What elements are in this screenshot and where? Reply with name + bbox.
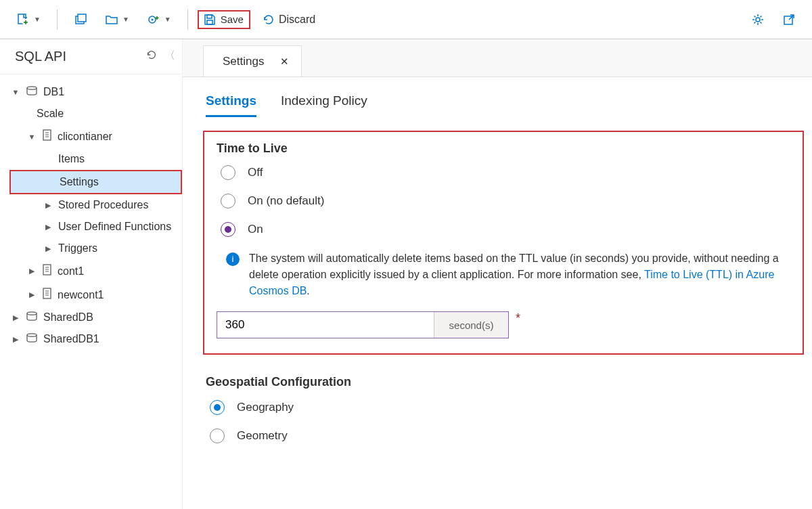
folder-button[interactable]: ▼ bbox=[98, 9, 136, 30]
discard-label: Discard bbox=[279, 14, 315, 26]
tree-label: SharedDB1 bbox=[43, 333, 99, 345]
tree-label: User Defined Functions bbox=[58, 221, 171, 233]
ttl-panel: Time to Live Off On (no default) On i Th… bbox=[203, 131, 804, 355]
database-icon bbox=[26, 86, 38, 98]
popout-button[interactable] bbox=[775, 9, 803, 30]
tree-node-clicontainer[interactable]: ▼ clicontianer bbox=[0, 125, 182, 148]
tree-node-shareddb1[interactable]: ▶ SharedDB1 bbox=[0, 328, 182, 350]
tree-node-triggers[interactable]: ▶ Triggers bbox=[0, 238, 182, 259]
subtab-indexing-policy[interactable]: Indexing Policy bbox=[281, 93, 367, 117]
tree-label: Settings bbox=[60, 176, 99, 188]
settings-gear-button[interactable] bbox=[744, 9, 771, 30]
ttl-radio-on-nodefault[interactable]: On (no default) bbox=[221, 194, 790, 208]
radio-icon-selected bbox=[210, 400, 225, 415]
radio-label: Geometry bbox=[237, 429, 288, 443]
chevron-down-icon: ▼ bbox=[164, 16, 171, 23]
geo-radio-geography[interactable]: Geography bbox=[210, 400, 812, 415]
container-icon bbox=[42, 264, 52, 278]
toolbar-separator bbox=[187, 9, 188, 30]
caret-right-icon: ▶ bbox=[43, 223, 53, 231]
tree-node-shareddb[interactable]: ▶ SharedDB bbox=[0, 307, 182, 328]
caret-right-icon: ▶ bbox=[43, 201, 53, 210]
svg-rect-6 bbox=[207, 15, 212, 18]
svg-point-14 bbox=[27, 312, 37, 315]
tree-label: Items bbox=[58, 153, 85, 165]
main-content: Settings ✕ Settings Indexing Policy Time… bbox=[183, 39, 812, 509]
gear-icon bbox=[751, 13, 765, 26]
svg-rect-3 bbox=[78, 14, 86, 22]
tab-label: Settings bbox=[223, 55, 264, 68]
undo-icon bbox=[261, 13, 275, 26]
info-icon: i bbox=[226, 252, 240, 266]
ttl-value-input[interactable] bbox=[217, 312, 434, 338]
tree-node-scale[interactable]: Scale bbox=[0, 103, 182, 125]
geospatial-heading: Geospatial Configuration bbox=[206, 375, 812, 389]
windows-icon bbox=[74, 13, 87, 26]
tree-node-udf[interactable]: ▶ User Defined Functions bbox=[0, 216, 182, 238]
discard-button[interactable]: Discard bbox=[254, 9, 322, 30]
radio-label: On bbox=[248, 223, 263, 236]
container-icon bbox=[42, 129, 52, 143]
subtab-bar: Settings Indexing Policy bbox=[183, 77, 812, 117]
save-icon bbox=[203, 13, 217, 26]
tree-node-newcont1[interactable]: ▶ newcont1 bbox=[0, 283, 182, 307]
ttl-input-row: second(s) * bbox=[217, 311, 790, 338]
ttl-radio-off[interactable]: Off bbox=[221, 165, 790, 180]
tree-node-cont1[interactable]: ▶ cont1 bbox=[0, 259, 182, 283]
document-plus-icon bbox=[16, 13, 30, 26]
radio-icon bbox=[221, 165, 235, 180]
radio-icon bbox=[221, 194, 235, 208]
caret-down-icon: ▼ bbox=[27, 133, 37, 141]
sidebar-title: SQL API bbox=[15, 49, 66, 64]
required-indicator: * bbox=[516, 311, 520, 326]
svg-point-5 bbox=[151, 18, 153, 20]
tree-node-items[interactable]: Items bbox=[0, 148, 182, 170]
tree-label: newcont1 bbox=[58, 289, 104, 301]
toolbar: ▼ ▼ ▼ Save Discard bbox=[0, 0, 812, 39]
radio-icon-selected bbox=[221, 222, 235, 237]
caret-right-icon: ▶ bbox=[27, 290, 37, 299]
tree-label: clicontianer bbox=[58, 131, 112, 143]
tree-label: SharedDB bbox=[43, 311, 93, 324]
refresh-icon[interactable] bbox=[145, 49, 158, 64]
chevron-down-icon: ▼ bbox=[122, 16, 129, 23]
svg-point-15 bbox=[27, 334, 37, 336]
ttl-radio-on[interactable]: On bbox=[221, 222, 790, 237]
tab-settings[interactable]: Settings ✕ bbox=[203, 45, 302, 76]
svg-rect-7 bbox=[207, 20, 212, 24]
tree-label: DB1 bbox=[43, 86, 64, 98]
tree-node-stored-procedures[interactable]: ▶ Stored Procedures bbox=[0, 194, 182, 216]
new-item-button[interactable]: ▼ bbox=[9, 9, 47, 30]
caret-right-icon: ▶ bbox=[27, 267, 37, 275]
tree-label: cont1 bbox=[58, 265, 84, 278]
chevron-down-icon: ▼ bbox=[34, 16, 41, 23]
container-icon bbox=[42, 288, 52, 302]
caret-right-icon: ▶ bbox=[11, 335, 20, 344]
close-icon[interactable]: ✕ bbox=[280, 56, 289, 68]
svg-point-10 bbox=[27, 87, 37, 89]
geospatial-panel: Geospatial Configuration Geography Geome… bbox=[206, 375, 812, 443]
ttl-unit-label: second(s) bbox=[434, 312, 508, 338]
subtab-settings[interactable]: Settings bbox=[206, 93, 256, 117]
gear-plus-icon bbox=[147, 13, 160, 26]
tree-node-db1[interactable]: ▼ DB1 bbox=[0, 81, 182, 103]
ttl-info-text: The system will automatically delete ite… bbox=[249, 250, 790, 299]
folder-icon bbox=[105, 14, 118, 26]
save-label: Save bbox=[221, 14, 244, 25]
save-button[interactable]: Save bbox=[198, 10, 250, 29]
caret-down-icon: ▼ bbox=[11, 88, 20, 96]
resource-tree: ▼ DB1 Scale ▼ clicontianer Items bbox=[0, 74, 182, 350]
geo-radio-geometry[interactable]: Geometry bbox=[210, 428, 812, 443]
tree-label: Stored Procedures bbox=[58, 199, 148, 211]
radio-icon bbox=[210, 428, 225, 443]
open-button[interactable] bbox=[67, 9, 94, 30]
radio-label: On (no default) bbox=[248, 194, 324, 208]
caret-right-icon: ▶ bbox=[11, 313, 20, 322]
radio-label: Geography bbox=[237, 401, 294, 414]
settings-action-button[interactable]: ▼ bbox=[140, 9, 178, 30]
ttl-heading: Time to Live bbox=[217, 141, 790, 156]
tab-strip: Settings ✕ bbox=[183, 39, 812, 77]
collapse-sidebar-icon[interactable]: 〈 bbox=[164, 49, 175, 64]
database-icon bbox=[26, 311, 38, 324]
tree-node-settings[interactable]: Settings bbox=[11, 171, 181, 193]
